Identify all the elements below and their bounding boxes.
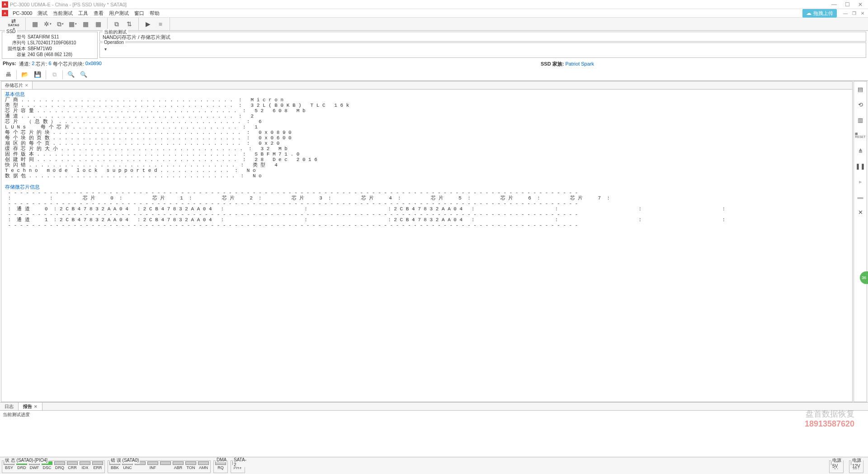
mdi-minimize-button[interactable]: — — [841, 11, 849, 16]
led-label: IDX — [81, 465, 88, 470]
ssd-fw-label: 固件版本 — [5, 46, 28, 52]
phys-info-line: Phys: 通道: 2 芯片: 6 每个芯片的块: 0x0890 SSD 家族:… — [0, 60, 868, 68]
ssd-family-value: Patriot Spark — [565, 61, 594, 66]
bottom-tabs: 日志 报告✕ — [0, 403, 868, 411]
led-label: DSC — [42, 465, 51, 470]
tb-btn-2[interactable]: ✲▾ — [42, 19, 53, 29]
tab-report[interactable]: 报告✕ — [19, 403, 42, 410]
led-label: UNC — [123, 465, 132, 470]
ssd-model-label: 型号 — [5, 34, 28, 40]
find-button[interactable]: 🔍 — [66, 70, 76, 80]
status-sata2-title: SATA-2 — [233, 457, 247, 467]
sidebar-btn-5[interactable]: ⋔ — [855, 146, 865, 156]
led-rq: RQ — [215, 461, 226, 470]
menu-view[interactable]: 查看 — [91, 10, 106, 17]
tab-storage-chip[interactable]: 存储芯片 ✕ — [1, 81, 33, 89]
sidebar-pause-button[interactable]: ❚❚ — [855, 161, 865, 171]
status-group-5v: 电源 5V5V — [829, 460, 844, 473]
tb-btn-sort[interactable]: ⇅ — [124, 19, 135, 29]
status-group-state: 状 态 (SATA0)-[PIO4]BSYDRDDWFDSCDRQCRRIDXE… — [2, 460, 105, 473]
operation-title: Operation — [103, 40, 125, 45]
sata0-button[interactable]: SATA0▾ — [5, 19, 22, 29]
sidebar-settings-button[interactable]: ✕ — [855, 207, 865, 217]
menu-user-test[interactable]: 用户测试 — [106, 10, 132, 17]
menu-help[interactable]: 帮助 — [147, 10, 162, 17]
tab-log-label: 日志 — [5, 403, 14, 410]
led-label: DWF — [30, 465, 39, 470]
maximize-button[interactable]: ☐ — [845, 1, 850, 8]
phys-blk-label: 每个芯片的块: — [53, 61, 84, 67]
find-next-button[interactable]: 🔍 — [78, 70, 89, 80]
ssd-cap-label: 容量 — [5, 52, 28, 57]
menu-test[interactable]: 测试 — [35, 10, 50, 17]
sidebar-btn-1[interactable]: ▤ — [855, 84, 865, 94]
print-button[interactable]: 🖶 — [3, 70, 14, 80]
ssd-serial-value: LSL7024017109F06810 — [28, 40, 76, 46]
sidebar-btn-7[interactable]: ▸ — [855, 176, 865, 186]
led-label: BSY — [5, 465, 13, 470]
tab-report-close-icon[interactable]: ✕ — [34, 404, 38, 409]
copy-button[interactable]: ⧉ — [49, 70, 60, 80]
phys-blk-value: 0x0890 — [85, 61, 102, 67]
led-indicator — [92, 461, 103, 465]
play-button[interactable]: ▶ — [142, 19, 153, 29]
status-12v-title: 电源 12V — [851, 457, 863, 469]
led-label: ABR — [174, 465, 183, 470]
phys-chip-value: 6 — [49, 61, 52, 67]
phys-label: Phys: — [3, 61, 16, 67]
mdi-restore-button[interactable]: ❐ — [850, 11, 858, 16]
led-indicator — [173, 461, 184, 465]
main-toolbar: SATA0▾ ▦ ✲▾ ⧉▾ ▦▾ ▦ ▦ ⧉ ⇅ ▶ ■ — [0, 17, 868, 31]
led-amn: AMN — [198, 461, 209, 470]
current-test-panel: 当前的测试 NAND闪存芯片 / 存储芯片测试 — [99, 32, 866, 42]
tb-btn-5[interactable]: ▦ — [80, 19, 91, 29]
sidebar-btn-3[interactable]: ▥ — [855, 115, 865, 125]
tb-btn-copy[interactable]: ⧉ — [111, 19, 122, 29]
upload-button[interactable]: ☁拖拽上传 — [802, 9, 837, 18]
ssd-serial-label: 序列号 — [5, 40, 28, 46]
led-label: DRQ — [55, 465, 64, 470]
sidebar-btn-8[interactable]: ▬ — [855, 192, 865, 202]
led-label: AMN — [199, 465, 208, 470]
tb-btn-3[interactable]: ⧉▾ — [55, 19, 66, 29]
operation-panel: Operation ▾ — [99, 43, 866, 58]
led-label: INF — [150, 465, 156, 470]
led-indicator — [198, 461, 209, 465]
status-group-12v: 电源 12V12V — [849, 460, 863, 473]
stop-button[interactable]: ■ — [155, 19, 166, 29]
tb-btn-1[interactable]: ▦ — [29, 19, 40, 29]
menu-tools[interactable]: 工具 — [75, 10, 91, 17]
ssd-model-value: SATAFIRM S11 — [28, 34, 59, 40]
window-title: PC-3000 UDMA-E - China - [PS SSD Utility… — [10, 2, 127, 7]
tb-btn-4[interactable]: ▦▾ — [67, 19, 78, 29]
right-sidebar: ▤ ⟲ ▥ ▦RESET ⋔ ❚❚ ▸ ▬ ✕ — [854, 81, 867, 402]
led-indicator — [185, 461, 196, 465]
ssd-fw-value: SBFM71W0 — [28, 46, 52, 52]
led-label: ERR — [93, 465, 102, 470]
led-idx: IDX — [79, 461, 91, 470]
led-abr: ABR — [172, 461, 184, 470]
save-button[interactable]: 💾 — [32, 70, 43, 80]
sidebar-btn-2[interactable]: ⟲ — [855, 100, 865, 109]
operation-dropdown[interactable]: ▾ — [103, 47, 863, 52]
menu-current-test[interactable]: 当前测试 — [50, 10, 75, 17]
tb-btn-6[interactable]: ▦ — [93, 19, 104, 29]
minimize-button[interactable]: — — [831, 1, 837, 8]
mdi-close-button[interactable]: ✕ — [859, 11, 866, 16]
tab-close-icon[interactable]: ✕ — [25, 83, 28, 88]
menu-app[interactable]: PC-3000 — [10, 10, 35, 16]
tab-log[interactable]: 日志 — [0, 403, 19, 410]
menu-window[interactable]: 窗口 — [132, 10, 147, 17]
led-ton: TON — [185, 461, 197, 470]
menubar: A PC-3000 测试 当前测试 工具 查看 用户测试 窗口 帮助 ☁拖拽上传… — [0, 9, 868, 17]
open-button[interactable]: 📂 — [19, 70, 30, 80]
led-err: ERR — [92, 461, 104, 470]
close-button[interactable]: ✕ — [858, 1, 863, 8]
led-inf: INF — [147, 461, 159, 470]
status-group-sata2: SATA-2PHY — [231, 460, 245, 473]
status-error-title: 错 误 (SATA0) — [110, 457, 140, 464]
sidebar-reset-button[interactable]: ▦RESET — [855, 130, 865, 140]
led-label: BBK — [111, 465, 119, 470]
led-label: RQ — [217, 465, 224, 470]
ssd-panel: SSD 型号SATAFIRM S11 序列号LSL7024017109F0681… — [2, 32, 98, 59]
